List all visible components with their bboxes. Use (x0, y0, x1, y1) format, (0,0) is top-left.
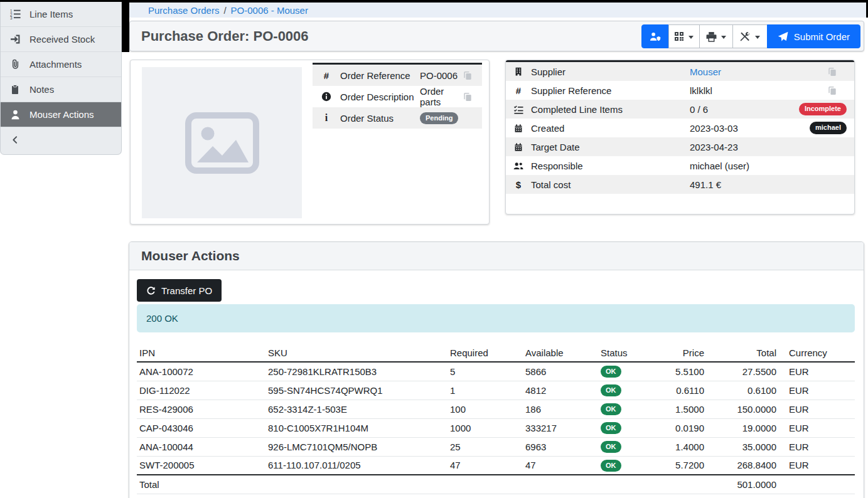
cell-sku: 595-SN74HCS74QPWRQ1 (265, 381, 447, 400)
sidebar-collapse-button[interactable] (1, 127, 121, 152)
cell-sku: 611-110.107.011/0205 (265, 456, 447, 475)
sidebar-item-label: Notes (29, 84, 54, 95)
copy-icon[interactable] (828, 67, 847, 77)
sidebar-item-label: Line Items (29, 9, 73, 19)
chevron-down-icon (755, 36, 760, 39)
detail-row-order-reference: # Order Reference PO-0006 (313, 65, 482, 86)
page-title: Purchase Order: PO-0006 (141, 28, 309, 45)
list-check-icon (506, 105, 531, 114)
column-header-available: Available (523, 344, 598, 362)
detail-value: 0 / 6 (690, 104, 799, 115)
submit-order-button[interactable]: Submit Order (767, 24, 860, 48)
status-ok-badge: OK (601, 441, 621, 453)
cell-price: 0.0190 (651, 418, 708, 437)
detail-value: PO-0006 (420, 70, 463, 81)
cell-currency: EUR (780, 362, 855, 381)
calendar-icon (506, 142, 531, 152)
cell-price: 5.5100 (651, 362, 708, 381)
detail-label: Responsible (531, 161, 690, 171)
cell-status: OK (598, 437, 651, 456)
user-icon (1, 109, 29, 120)
detail-label: Completed Line Items (531, 104, 690, 115)
status-ok-badge: OK (601, 422, 621, 434)
sidebar-item-label: Attachments (29, 59, 82, 70)
column-header-ipn: IPN (137, 344, 265, 362)
detail-label: Created (531, 123, 690, 134)
cell-currency: EUR (780, 400, 855, 418)
sidebar-item-notes[interactable]: Notes (1, 77, 121, 102)
supplier-details-card: Supplier Mouser # Supplier Reference lkl… (505, 60, 855, 215)
detail-label: Supplier (531, 66, 690, 77)
alert-text: 200 OK (146, 313, 178, 324)
sidebar-item-attachments[interactable]: Attachments (1, 52, 121, 77)
dollar-icon: $ (506, 179, 531, 190)
cell-status: OK (598, 381, 651, 400)
status-ok-badge: OK (601, 403, 621, 415)
cell-available: 6963 (523, 437, 598, 456)
sidebar: 123 Line Items Received Stock Attachment… (0, 2, 122, 155)
detail-label: Order Reference (340, 70, 420, 81)
chevron-down-icon (721, 36, 726, 39)
status-ok-badge: OK (601, 384, 621, 396)
panel-header: Mouser Actions (129, 242, 864, 270)
detail-row-supplier: Supplier Mouser (506, 62, 854, 81)
parts-table-total-row: Total 501.0000 (137, 475, 855, 494)
users-icon (506, 161, 531, 171)
cell-ipn: DIG-112022 (137, 381, 265, 400)
info-icon: i (313, 112, 340, 124)
breadcrumb-link-purchase-orders[interactable]: Purchase Orders (148, 5, 219, 16)
cell-price: 1.4000 (651, 437, 708, 456)
copy-icon[interactable] (463, 71, 482, 80)
sidebar-item-line-items[interactable]: 123 Line Items (1, 2, 121, 27)
order-summary-card: # Order Reference PO-0006 Order Descript… (130, 60, 490, 225)
cell-total: 268.8400 (708, 456, 780, 475)
detail-label: Order Status (340, 113, 420, 124)
cell-currency: EUR (780, 381, 855, 400)
list-ol-icon: 123 (1, 9, 29, 19)
order-actions-button[interactable] (732, 24, 768, 48)
sidebar-item-received-stock[interactable]: Received Stock (1, 27, 121, 52)
cell-ipn: SWT-200005 (137, 456, 265, 475)
breadcrumb-separator: / (223, 5, 226, 16)
part-row: DIG-112022595-SN74HCS74QPWRQ114812OK0.61… (137, 381, 855, 400)
barcode-actions-button[interactable] (668, 24, 700, 48)
detail-row-empty (506, 194, 854, 213)
cell-total: 27.5500 (708, 362, 780, 381)
column-header-required: Required (447, 344, 523, 362)
total-value: 501.0000 (708, 475, 780, 494)
panel-body: Transfer PO 200 OK IPNSKURequiredAvailab… (129, 270, 864, 494)
transfer-po-button[interactable]: Transfer PO (137, 279, 222, 302)
cell-ipn: RES-429006 (137, 400, 265, 418)
part-row: ANA-100044926-LMC7101QM5/NOPB256963OK1.4… (137, 437, 855, 456)
rotate-right-icon (146, 286, 156, 295)
clipboard-icon (1, 84, 29, 95)
cell-required: 47 (447, 456, 523, 475)
sign-in-icon (1, 34, 29, 45)
tools-icon (740, 31, 751, 42)
detail-value: 2023-04-23 (690, 142, 847, 152)
paperclip-icon (1, 59, 29, 70)
breadcrumb-current[interactable]: PO-0006 - Mouser (231, 5, 308, 16)
user-shield-icon (649, 31, 661, 41)
mouser-actions-panel: Mouser Actions Transfer PO 200 OK IPNSKU… (129, 241, 864, 498)
header-toolbar: Submit Order (641, 24, 860, 48)
status-badge: Pending (420, 112, 458, 124)
print-actions-button[interactable] (699, 24, 733, 48)
detail-row-target-date: Target Date 2023-04-23 (506, 137, 854, 156)
cell-currency: EUR (780, 437, 855, 456)
detail-row-created: Created 2023-03-03 michael (506, 119, 854, 137)
order-image-placeholder[interactable] (142, 67, 302, 218)
copy-icon[interactable] (828, 86, 847, 95)
cell-required: 5 (447, 362, 523, 381)
detail-value: Pending (420, 112, 482, 124)
supplier-link[interactable]: Mouser (690, 66, 721, 77)
sidebar-item-mouser-actions[interactable]: Mouser Actions (1, 102, 121, 127)
copy-icon[interactable] (463, 92, 482, 102)
admin-button[interactable] (641, 24, 669, 48)
column-header-price: Price (651, 344, 708, 362)
cell-required: 1 (447, 381, 523, 400)
cell-required: 25 (447, 437, 523, 456)
detail-label: Supplier Reference (531, 85, 690, 96)
detail-value: lklklkl (690, 85, 828, 96)
status-ok-badge: OK (601, 460, 621, 472)
